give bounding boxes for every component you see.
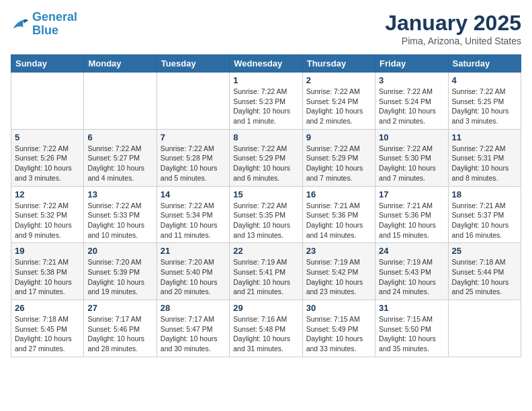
day-number: 1 bbox=[233, 75, 298, 85]
logo: General Blue bbox=[11, 11, 77, 38]
day-number: 2 bbox=[306, 75, 371, 85]
day-info: Sunrise: 7:21 AMSunset: 5:38 PMDaylight:… bbox=[15, 257, 80, 297]
logo-text: General Blue bbox=[32, 11, 77, 38]
day-number: 12 bbox=[15, 189, 80, 199]
day-cell: 23Sunrise: 7:19 AMSunset: 5:42 PMDayligh… bbox=[302, 243, 375, 300]
day-info: Sunrise: 7:21 AMSunset: 5:36 PMDaylight:… bbox=[306, 201, 371, 240]
header-friday: Friday bbox=[375, 55, 448, 73]
day-number: 11 bbox=[452, 132, 517, 142]
day-number: 28 bbox=[161, 303, 226, 313]
day-cell: 3Sunrise: 7:22 AMSunset: 5:24 PMDaylight… bbox=[375, 73, 448, 130]
day-number: 24 bbox=[379, 246, 444, 256]
day-number: 9 bbox=[306, 132, 371, 142]
day-cell: 29Sunrise: 7:16 AMSunset: 5:48 PMDayligh… bbox=[230, 300, 302, 357]
day-cell: 9Sunrise: 7:22 AMSunset: 5:29 PMDaylight… bbox=[302, 129, 375, 186]
logo-line2: Blue bbox=[32, 24, 58, 37]
day-number: 16 bbox=[306, 189, 371, 199]
day-number: 17 bbox=[379, 189, 444, 199]
day-cell: 4Sunrise: 7:22 AMSunset: 5:25 PMDaylight… bbox=[448, 73, 521, 130]
week-row-4: 26Sunrise: 7:18 AMSunset: 5:45 PMDayligh… bbox=[11, 300, 521, 357]
day-cell: 20Sunrise: 7:20 AMSunset: 5:39 PMDayligh… bbox=[84, 243, 157, 300]
day-number: 21 bbox=[161, 246, 226, 256]
day-number: 10 bbox=[379, 132, 444, 142]
day-cell: 28Sunrise: 7:17 AMSunset: 5:47 PMDayligh… bbox=[157, 300, 229, 357]
day-cell: 1Sunrise: 7:22 AMSunset: 5:23 PMDaylight… bbox=[230, 73, 302, 130]
week-row-3: 19Sunrise: 7:21 AMSunset: 5:38 PMDayligh… bbox=[11, 243, 521, 300]
day-info: Sunrise: 7:22 AMSunset: 5:24 PMDaylight:… bbox=[306, 87, 371, 126]
day-cell: 18Sunrise: 7:21 AMSunset: 5:37 PMDayligh… bbox=[448, 186, 521, 243]
day-cell: 13Sunrise: 7:22 AMSunset: 5:33 PMDayligh… bbox=[84, 186, 157, 243]
header-saturday: Saturday bbox=[448, 55, 521, 73]
day-number: 15 bbox=[233, 189, 298, 199]
day-number: 20 bbox=[87, 246, 152, 256]
day-info: Sunrise: 7:19 AMSunset: 5:41 PMDaylight:… bbox=[233, 257, 298, 297]
day-number: 4 bbox=[452, 75, 517, 85]
day-cell: 24Sunrise: 7:19 AMSunset: 5:43 PMDayligh… bbox=[375, 243, 448, 300]
day-info: Sunrise: 7:22 AMSunset: 5:25 PMDaylight:… bbox=[452, 87, 517, 126]
day-cell: 31Sunrise: 7:15 AMSunset: 5:50 PMDayligh… bbox=[375, 300, 448, 357]
day-number: 26 bbox=[15, 303, 80, 313]
page-header: General Blue January 2025 Pima, Arizona,… bbox=[11, 11, 521, 46]
day-cell bbox=[84, 73, 157, 130]
day-cell: 11Sunrise: 7:22 AMSunset: 5:31 PMDayligh… bbox=[448, 129, 521, 186]
day-info: Sunrise: 7:22 AMSunset: 5:26 PMDaylight:… bbox=[15, 144, 80, 183]
title-block: January 2025 Pima, Arizona, United State… bbox=[385, 11, 521, 46]
day-info: Sunrise: 7:22 AMSunset: 5:29 PMDaylight:… bbox=[233, 144, 298, 183]
day-cell: 27Sunrise: 7:17 AMSunset: 5:46 PMDayligh… bbox=[84, 300, 157, 357]
day-number: 22 bbox=[233, 246, 298, 256]
day-number: 14 bbox=[161, 189, 226, 199]
day-cell: 21Sunrise: 7:20 AMSunset: 5:40 PMDayligh… bbox=[157, 243, 229, 300]
calendar-subtitle: Pima, Arizona, United States bbox=[385, 36, 521, 46]
day-cell: 19Sunrise: 7:21 AMSunset: 5:38 PMDayligh… bbox=[11, 243, 84, 300]
day-info: Sunrise: 7:18 AMSunset: 5:44 PMDaylight:… bbox=[452, 257, 517, 297]
header-thursday: Thursday bbox=[302, 55, 375, 73]
day-number: 19 bbox=[15, 246, 80, 256]
day-info: Sunrise: 7:21 AMSunset: 5:36 PMDaylight:… bbox=[379, 201, 444, 240]
day-info: Sunrise: 7:20 AMSunset: 5:40 PMDaylight:… bbox=[161, 257, 226, 297]
day-info: Sunrise: 7:22 AMSunset: 5:30 PMDaylight:… bbox=[379, 144, 444, 183]
day-info: Sunrise: 7:18 AMSunset: 5:45 PMDaylight:… bbox=[15, 314, 80, 354]
day-info: Sunrise: 7:22 AMSunset: 5:32 PMDaylight:… bbox=[15, 201, 80, 240]
day-info: Sunrise: 7:22 AMSunset: 5:29 PMDaylight:… bbox=[306, 144, 371, 183]
day-info: Sunrise: 7:17 AMSunset: 5:46 PMDaylight:… bbox=[87, 314, 152, 354]
day-cell: 6Sunrise: 7:22 AMSunset: 5:27 PMDaylight… bbox=[84, 129, 157, 186]
header-monday: Monday bbox=[84, 55, 157, 73]
week-row-1: 5Sunrise: 7:22 AMSunset: 5:26 PMDaylight… bbox=[11, 129, 521, 186]
day-cell bbox=[157, 73, 229, 130]
day-info: Sunrise: 7:16 AMSunset: 5:48 PMDaylight:… bbox=[233, 314, 298, 354]
calendar-table: SundayMondayTuesdayWednesdayThursdayFrid… bbox=[11, 54, 521, 357]
day-cell: 2Sunrise: 7:22 AMSunset: 5:24 PMDaylight… bbox=[302, 73, 375, 130]
header-sunday: Sunday bbox=[11, 55, 84, 73]
day-cell bbox=[11, 73, 84, 130]
calendar-title: January 2025 bbox=[385, 11, 521, 36]
day-info: Sunrise: 7:22 AMSunset: 5:28 PMDaylight:… bbox=[161, 144, 226, 183]
day-info: Sunrise: 7:22 AMSunset: 5:27 PMDaylight:… bbox=[87, 144, 152, 183]
day-info: Sunrise: 7:15 AMSunset: 5:50 PMDaylight:… bbox=[379, 314, 444, 354]
day-number: 29 bbox=[233, 303, 298, 313]
day-info: Sunrise: 7:19 AMSunset: 5:42 PMDaylight:… bbox=[306, 257, 371, 297]
day-cell: 8Sunrise: 7:22 AMSunset: 5:29 PMDaylight… bbox=[230, 129, 302, 186]
day-info: Sunrise: 7:15 AMSunset: 5:49 PMDaylight:… bbox=[306, 314, 371, 354]
header-tuesday: Tuesday bbox=[157, 55, 229, 73]
day-number: 31 bbox=[379, 303, 444, 313]
day-cell: 14Sunrise: 7:22 AMSunset: 5:34 PMDayligh… bbox=[157, 186, 229, 243]
day-info: Sunrise: 7:19 AMSunset: 5:43 PMDaylight:… bbox=[379, 257, 444, 297]
day-cell: 26Sunrise: 7:18 AMSunset: 5:45 PMDayligh… bbox=[11, 300, 84, 357]
header-wednesday: Wednesday bbox=[230, 55, 302, 73]
logo-line1: General bbox=[32, 10, 77, 24]
day-info: Sunrise: 7:22 AMSunset: 5:34 PMDaylight:… bbox=[161, 201, 226, 240]
day-number: 8 bbox=[233, 132, 298, 142]
day-info: Sunrise: 7:22 AMSunset: 5:31 PMDaylight:… bbox=[452, 144, 517, 183]
day-cell: 7Sunrise: 7:22 AMSunset: 5:28 PMDaylight… bbox=[157, 129, 229, 186]
logo-icon bbox=[11, 15, 30, 34]
day-number: 13 bbox=[87, 189, 152, 199]
day-cell: 12Sunrise: 7:22 AMSunset: 5:32 PMDayligh… bbox=[11, 186, 84, 243]
day-number: 7 bbox=[161, 132, 226, 142]
day-cell: 5Sunrise: 7:22 AMSunset: 5:26 PMDaylight… bbox=[11, 129, 84, 186]
day-cell: 10Sunrise: 7:22 AMSunset: 5:30 PMDayligh… bbox=[375, 129, 448, 186]
day-info: Sunrise: 7:22 AMSunset: 5:35 PMDaylight:… bbox=[233, 201, 298, 240]
day-info: Sunrise: 7:20 AMSunset: 5:39 PMDaylight:… bbox=[87, 257, 152, 297]
day-cell: 17Sunrise: 7:21 AMSunset: 5:36 PMDayligh… bbox=[375, 186, 448, 243]
day-info: Sunrise: 7:17 AMSunset: 5:47 PMDaylight:… bbox=[161, 314, 226, 354]
day-number: 25 bbox=[452, 246, 517, 256]
